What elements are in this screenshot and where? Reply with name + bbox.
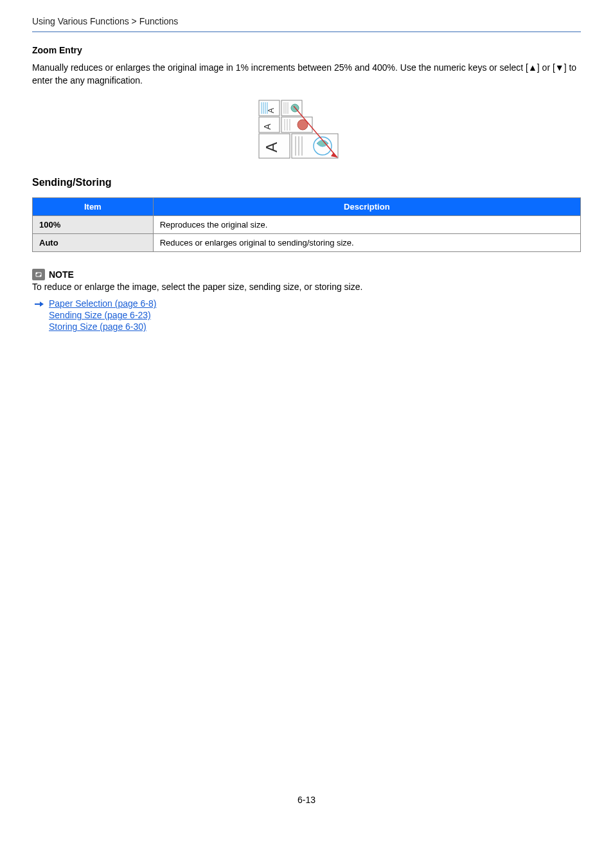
sending-storing-table: Item Description 100% Reproduces the ori…: [32, 197, 581, 252]
note-text: To reduce or enlarge the image, select t…: [32, 282, 581, 292]
cell-desc: Reduces or enlarges original to sending/…: [153, 234, 580, 252]
arrow-right-icon: [35, 300, 44, 310]
th-description: Description: [153, 198, 580, 216]
svg-rect-27: [34, 271, 43, 278]
link-sending-size[interactable]: Sending Size (page 6-23): [49, 310, 156, 320]
breadcrumb: Using Various Functions > Functions: [32, 16, 581, 32]
note-label: NOTE: [49, 269, 74, 280]
svg-point-28: [36, 273, 38, 275]
th-item: Item: [33, 198, 154, 216]
svg-marker-31: [40, 302, 44, 307]
svg-text:A: A: [267, 108, 276, 113]
divider: [32, 32, 581, 32]
table-row: 100% Reproduces the original size.: [33, 216, 581, 234]
cell-desc: Reproduces the original size.: [153, 216, 580, 234]
table-row: Auto Reduces or enlarges original to sen…: [33, 234, 581, 252]
svg-text:A: A: [262, 123, 272, 130]
link-paper-selection[interactable]: Paper Selection (page 6-8): [49, 298, 156, 309]
cell-item: Auto: [33, 234, 154, 252]
page-number: 6-13: [32, 795, 581, 805]
zoom-entry-title: Zoom Entry: [32, 45, 581, 55]
cell-item: 100%: [33, 216, 154, 234]
note-icon: [32, 269, 45, 280]
svg-text:A: A: [263, 142, 280, 152]
svg-point-29: [40, 275, 42, 277]
zoom-diagram: A A A: [255, 97, 358, 161]
sending-storing-title: Sending/Storing: [32, 177, 581, 188]
zoom-entry-paragraph: Manually reduces or enlarges the origina…: [32, 62, 581, 87]
link-storing-size[interactable]: Storing Size (page 6-30): [49, 321, 156, 332]
